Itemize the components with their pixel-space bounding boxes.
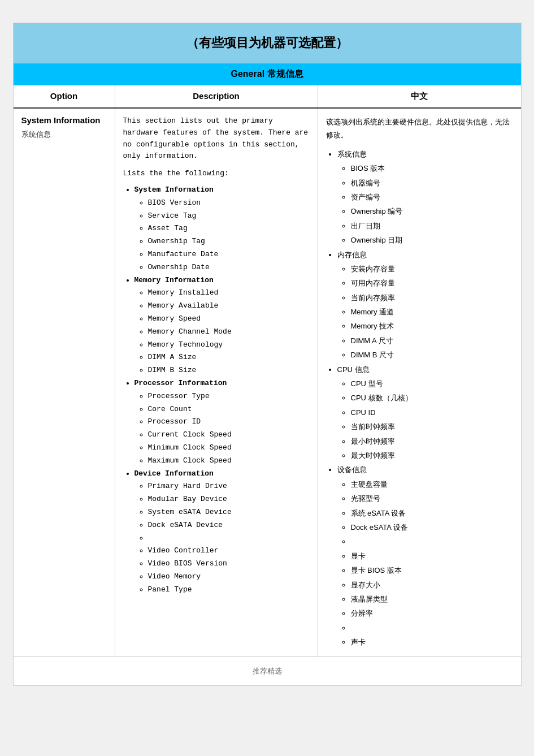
list-item: Memory Technology: [148, 339, 310, 351]
col-option: Option: [14, 85, 115, 107]
column-headers: Option Description 中文: [14, 85, 521, 109]
desc-group-2: Memory Information Memory Installed Memo…: [134, 275, 310, 377]
list-item: CPU 核数（几核）: [351, 391, 513, 404]
section-header: General 常规信息: [14, 64, 521, 85]
page-title: （有些项目为机器可选配置）: [14, 23, 521, 64]
list-item: Video Memory: [148, 571, 310, 583]
col-chinese: 中文: [318, 85, 521, 107]
list-item: Memory 通道: [351, 305, 513, 318]
list-item: 光驱型号: [351, 492, 513, 505]
desc-group-3: Processor Information Processor Type Cor…: [134, 378, 310, 467]
list-item: DIMM B 尺寸: [351, 348, 513, 361]
list-item: Memory 技术: [351, 319, 513, 332]
list-item: Asset Tag: [148, 223, 310, 235]
cn-group-4-items: 主硬盘容量 光驱型号 系统 eSATA 设备 Dock eSATA 设备 显卡 …: [337, 478, 513, 649]
list-item: 声卡: [351, 636, 513, 649]
desc-group-2-name: Memory Information: [134, 276, 214, 284]
list-item: BIOS 版本: [351, 162, 513, 175]
list-item: 出厂日期: [351, 219, 513, 232]
list-item: 显存大小: [351, 578, 513, 591]
list-item: Manufacture Date: [148, 249, 310, 261]
cn-group-4-name: 设备信息: [337, 465, 367, 474]
list-item: Memory Speed: [148, 313, 310, 325]
list-item: Processor ID: [148, 416, 310, 428]
desc-intro: This section lists out the primary hardw…: [123, 115, 310, 162]
list-item: Primary Hard Drive: [148, 481, 310, 493]
col-description: Description: [115, 85, 318, 107]
list-item: 资产编号: [351, 191, 513, 204]
desc-group-1-items: BIOS Version Service Tag Asset Tag Owner…: [134, 197, 310, 274]
list-item: [148, 533, 310, 545]
chinese-cell: 该选项列出系统的主要硬件信息。此处仅提供信息，无法修改。 系统信息 BIOS 版…: [318, 109, 521, 656]
page-wrapper: （有些项目为机器可选配置） General 常规信息 Option Descri…: [13, 23, 522, 686]
list-item: 主硬盘容量: [351, 478, 513, 491]
list-item: CPU 型号: [351, 377, 513, 390]
cn-group-1-name: 系统信息: [337, 150, 367, 158]
chinese-groups-list: 系统信息 BIOS 版本 机器编号 资产编号 Ownership 编号 出厂日期…: [326, 148, 513, 649]
cn-group-2: 内存信息 安装内存容量 可用内存容量 当前内存频率 Memory 通道 Memo…: [337, 248, 513, 362]
desc-group-1-name: System Information: [134, 185, 214, 194]
list-item: Maximum Clock Speed: [148, 455, 310, 467]
list-item: Minimum Clock Speed: [148, 442, 310, 454]
desc-group-3-items: Processor Type Core Count Processor ID C…: [134, 391, 310, 467]
list-item: 系统 eSATA 设备: [351, 507, 513, 520]
list-item: 最小时钟频率: [351, 435, 513, 448]
list-item: 当前内存频率: [351, 291, 513, 304]
list-item: Panel Type: [148, 584, 310, 596]
desc-group-4: Device Information Primary Hard Drive Mo…: [134, 468, 310, 596]
desc-follows: Lists the the following:: [123, 168, 310, 180]
list-item: [351, 621, 513, 634]
list-item: Memory Channel Mode: [148, 326, 310, 338]
list-item: DIMM A 尺寸: [351, 334, 513, 347]
list-item: Dock eSATA 设备: [351, 521, 513, 534]
cn-group-4: 设备信息 主硬盘容量 光驱型号 系统 eSATA 设备 Dock eSATA 设…: [337, 463, 513, 649]
desc-groups-list: System Information BIOS Version Service …: [123, 184, 310, 596]
cn-group-1-items: BIOS 版本 机器编号 资产编号 Ownership 编号 出厂日期 Owne…: [337, 162, 513, 247]
list-item: 可用内存容量: [351, 277, 513, 290]
list-item: [351, 535, 513, 548]
list-item: 分辨率: [351, 607, 513, 620]
footer: 推荐精选: [14, 657, 521, 685]
option-label: System Information: [21, 115, 107, 125]
list-item: Ownership 编号: [351, 205, 513, 218]
cn-group-2-name: 内存信息: [337, 250, 367, 259]
list-item: 液晶屏类型: [351, 593, 513, 606]
desc-group-2-items: Memory Installed Memory Available Memory…: [134, 287, 310, 377]
list-item: Ownership Tag: [148, 236, 310, 248]
list-item: Dock eSATA Device: [148, 520, 310, 532]
list-item: 机器编号: [351, 176, 513, 189]
desc-group-4-items: Primary Hard Drive Modular Bay Device Sy…: [134, 481, 310, 595]
list-item: DIMM B Size: [148, 365, 310, 377]
description-cell: This section lists out the primary hardw…: [115, 109, 318, 656]
list-item: Core Count: [148, 404, 310, 416]
cn-group-3-name: CPU 信息: [337, 365, 370, 374]
cn-group-2-items: 安装内存容量 可用内存容量 当前内存频率 Memory 通道 Memory 技术…: [337, 262, 513, 362]
list-item: Ownership Date: [148, 262, 310, 274]
list-item: BIOS Version: [148, 197, 310, 209]
cn-group-3: CPU 信息 CPU 型号 CPU 核数（几核） CPU ID 当前时钟频率 最…: [337, 363, 513, 463]
list-item: 当前时钟频率: [351, 420, 513, 433]
list-item: Processor Type: [148, 391, 310, 403]
list-item: 显卡: [351, 550, 513, 563]
list-item: Current Clock Speed: [148, 429, 310, 441]
cn-group-3-items: CPU 型号 CPU 核数（几核） CPU ID 当前时钟频率 最小时钟频率 最…: [337, 377, 513, 462]
list-item: Modular Bay Device: [148, 494, 310, 506]
chinese-intro: 该选项列出系统的主要硬件信息。此处仅提供信息，无法修改。: [326, 115, 513, 142]
list-item: Service Tag: [148, 210, 310, 222]
option-sublabel: 系统信息: [21, 129, 107, 140]
list-item: CPU ID: [351, 406, 513, 419]
list-item: 显卡 BIOS 版本: [351, 564, 513, 577]
cn-group-1: 系统信息 BIOS 版本 机器编号 资产编号 Ownership 编号 出厂日期…: [337, 148, 513, 247]
desc-group-1: System Information BIOS Version Service …: [134, 184, 310, 274]
list-item: DIMM A Size: [148, 352, 310, 364]
list-item: 安装内存容量: [351, 262, 513, 275]
list-item: 最大时钟频率: [351, 449, 513, 462]
desc-group-4-name: Device Information: [134, 469, 214, 478]
list-item: System eSATA Device: [148, 507, 310, 519]
content-row: System Information 系统信息 This section lis…: [14, 109, 521, 657]
list-item: Memory Installed: [148, 287, 310, 299]
list-item: Ownership 日期: [351, 234, 513, 247]
list-item: Video Controller: [148, 545, 310, 557]
list-item: Video BIOS Version: [148, 558, 310, 570]
option-cell: System Information 系统信息: [14, 109, 115, 656]
